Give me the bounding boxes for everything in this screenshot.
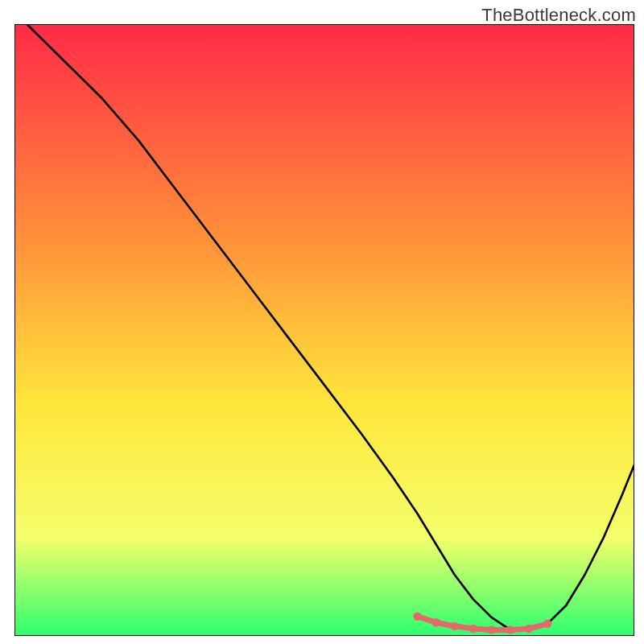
gradient-background (14, 24, 634, 636)
highlight-point (525, 625, 533, 633)
highlight-point (431, 618, 440, 626)
highlight-point (506, 625, 514, 634)
chart-plot (14, 24, 634, 636)
watermark-text: TheBottleneck.com (481, 5, 636, 26)
highlight-point (543, 620, 551, 628)
highlight-point (451, 622, 459, 630)
highlight-point (413, 612, 421, 620)
highlight-point (488, 625, 496, 634)
highlight-point (469, 625, 477, 633)
chart-svg (14, 24, 634, 636)
chart-container: TheBottleneck.com (0, 0, 644, 644)
